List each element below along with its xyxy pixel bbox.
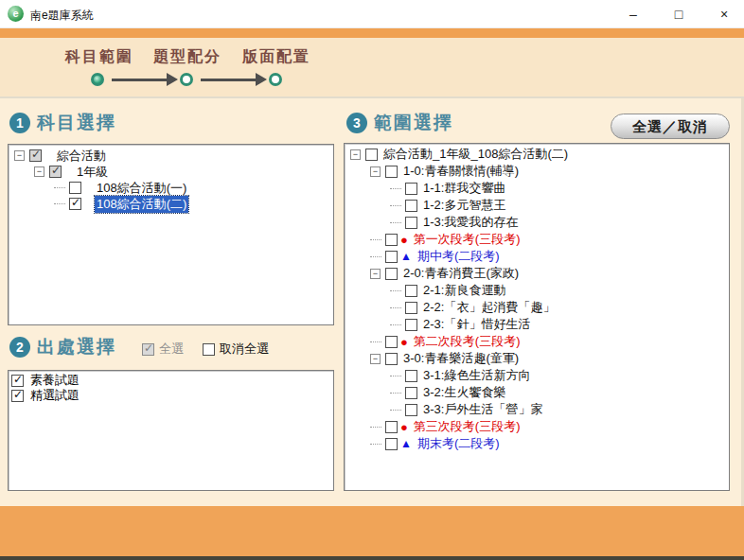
tree-node-label[interactable]: 3-3:戶外生活「營」家 (421, 401, 544, 418)
select-all-label: 全選 (159, 341, 184, 358)
checkbox[interactable] (385, 166, 398, 178)
subject-tree[interactable]: 綜合活動 1年級 108綜合活動(一) 108綜合活動(二) (8, 144, 334, 325)
tree-row[interactable]: 3-2:生火饗食樂 (345, 384, 729, 401)
checkbox[interactable] (69, 182, 81, 194)
checkbox[interactable] (405, 285, 417, 297)
checkbox[interactable] (385, 353, 398, 365)
checkbox[interactable] (69, 198, 81, 210)
tree-node-label[interactable]: 第三次段考(三段考) (412, 418, 523, 435)
tree-row[interactable]: 1-2:多元智慧王 (345, 197, 729, 214)
tree-node-label[interactable]: 2-1:新良食運動 (421, 282, 507, 299)
app-icon: e (8, 6, 24, 22)
tree-node-label[interactable]: 1年級 (75, 164, 110, 181)
tree-node-label[interactable]: 2-2:「衣」起消費「趣」 (421, 299, 557, 316)
tree-node-label-selected[interactable]: 108綜合活動(二) (95, 196, 188, 213)
step-arrow-icon (167, 73, 178, 86)
tree-row[interactable]: 1-3:我愛我的存在 (345, 214, 729, 231)
tree-row[interactable]: 1-1:群我交響曲 (345, 180, 729, 197)
collapse-icon[interactable] (370, 354, 381, 364)
range-tree[interactable]: 綜合活動_1年級_108綜合活動(二) 1-0:青春關懷情(輔導) 1-1:群我… (344, 143, 730, 491)
tree-node-label[interactable]: 期中考(二段考) (416, 248, 502, 265)
footer-bar: 電腦命題 回主頁 輔助說明 ↻ 下一步 (0, 506, 744, 560)
checkbox[interactable] (405, 217, 417, 229)
deselect-all-option[interactable]: 取消全選 (203, 341, 269, 358)
tree-row-exam[interactable]: 期中考(二段考) (345, 248, 729, 265)
select-all-option[interactable]: 全選 (142, 341, 184, 358)
tree-node-label[interactable]: 3-1:綠色生活新方向 (421, 367, 532, 384)
collapse-icon[interactable] (34, 166, 44, 177)
red-dot-icon (400, 336, 408, 348)
checkbox[interactable] (405, 200, 417, 212)
minimize-button[interactable]: – (617, 2, 649, 26)
tree-row[interactable]: 2-2:「衣」起消費「趣」 (345, 299, 729, 316)
checkbox[interactable] (385, 421, 398, 433)
checkbox[interactable] (405, 404, 417, 416)
accent-strip (0, 28, 744, 38)
tree-connector (390, 290, 401, 291)
collapse-icon[interactable] (14, 150, 25, 161)
wizard-steps: 科目範圍 題型配分 版面配置 (0, 38, 744, 98)
tree-row-exam[interactable]: 第二次段考(三段考) (345, 333, 729, 350)
checkbox[interactable] (405, 370, 417, 382)
tree-row[interactable]: 1-0:青春關懷情(輔導) (345, 163, 729, 180)
checkbox[interactable] (11, 390, 24, 402)
checkbox[interactable] (49, 166, 62, 178)
checkbox[interactable] (385, 251, 398, 263)
tree-row[interactable]: 3-3:戶外生活「營」家 (345, 401, 729, 418)
tree-row[interactable]: 綜合活動 (9, 148, 333, 164)
tree-row[interactable]: 2-0:青春消費王(家政) (345, 265, 729, 282)
tree-node-label[interactable]: 1-0:青春關懷情(輔導) (401, 163, 521, 180)
tree-row[interactable]: 108綜合活動(一) (9, 180, 333, 196)
tree-node-label[interactable]: 2-3:「針」惜好生活 (421, 316, 532, 333)
range-section-header: 3 範圍選擇 (346, 111, 453, 135)
tree-node-label[interactable]: 3-0:青春樂活趣(童軍) (401, 350, 521, 367)
tree-row-exam[interactable]: 第三次段考(三段考) (345, 418, 729, 435)
close-button[interactable]: × (708, 2, 740, 26)
checkbox[interactable] (405, 319, 417, 331)
tree-node-label[interactable]: 3-2:生火饗食樂 (421, 384, 507, 401)
checkbox[interactable] (11, 375, 24, 387)
collapse-icon[interactable] (350, 149, 361, 160)
tree-node-label[interactable]: 1-2:多元智慧王 (421, 197, 507, 214)
checkbox[interactable] (385, 336, 398, 348)
collapse-icon[interactable] (370, 269, 381, 279)
checkbox[interactable] (385, 438, 398, 450)
subject-section-title: 科目選擇 (37, 111, 116, 135)
tree-row[interactable]: 3-0:青春樂活趣(童軍) (345, 350, 729, 367)
tree-node-label[interactable]: 1-3:我愛我的存在 (421, 214, 520, 231)
list-item[interactable]: 精選試題 (9, 388, 333, 403)
maximize-button[interactable]: □ (663, 2, 695, 26)
tree-node-label[interactable]: 綜合活動_1年級_108綜合活動(二) (381, 146, 570, 163)
checkbox[interactable] (365, 149, 378, 161)
section-number-badge: 2 (9, 337, 30, 358)
tree-node-label[interactable]: 第二次段考(三段考) (412, 333, 523, 350)
source-list[interactable]: 素養試題 精選試題 (8, 370, 334, 491)
list-item[interactable]: 素養試題 (9, 373, 333, 388)
tree-row-exam[interactable]: 第一次段考(三段考) (345, 231, 729, 248)
tree-row[interactable]: 108綜合活動(二) (9, 196, 333, 212)
collapse-icon[interactable] (370, 166, 381, 177)
tree-node-label[interactable]: 2-0:青春消費王(家政) (401, 265, 521, 282)
checkbox[interactable] (385, 268, 398, 280)
checkbox[interactable] (405, 302, 417, 314)
tree-node-label[interactable]: 1-1:群我交響曲 (421, 180, 507, 197)
title-bar: e 南e題庫系統 – □ × (0, 0, 744, 28)
tree-node-label[interactable]: 108綜合活動(一) (95, 180, 188, 197)
tree-row-exam[interactable]: 期末考(二段考) (345, 435, 729, 452)
deselect-all-checkbox[interactable] (203, 343, 215, 356)
checkbox[interactable] (405, 387, 417, 399)
tree-row[interactable]: 2-1:新良食運動 (345, 282, 729, 299)
tree-node-label[interactable]: 第一次段考(三段考) (412, 231, 523, 248)
list-item-label[interactable]: 精選試題 (28, 387, 81, 404)
tree-row[interactable]: 3-1:綠色生活新方向 (345, 367, 729, 384)
tree-node-label[interactable]: 綜合活動 (55, 148, 108, 165)
tree-row[interactable]: 綜合活動_1年級_108綜合活動(二) (345, 146, 729, 163)
tree-row[interactable]: 1年級 (9, 164, 333, 180)
tree-node-label[interactable]: 期末考(二段考) (416, 435, 502, 452)
tree-row[interactable]: 2-3:「針」惜好生活 (345, 316, 729, 333)
checkbox[interactable] (405, 183, 417, 195)
checkbox[interactable] (29, 149, 42, 162)
select-toggle-button[interactable]: 全選／取消 (611, 114, 730, 139)
select-all-checkbox[interactable] (142, 343, 154, 356)
checkbox[interactable] (385, 234, 398, 246)
